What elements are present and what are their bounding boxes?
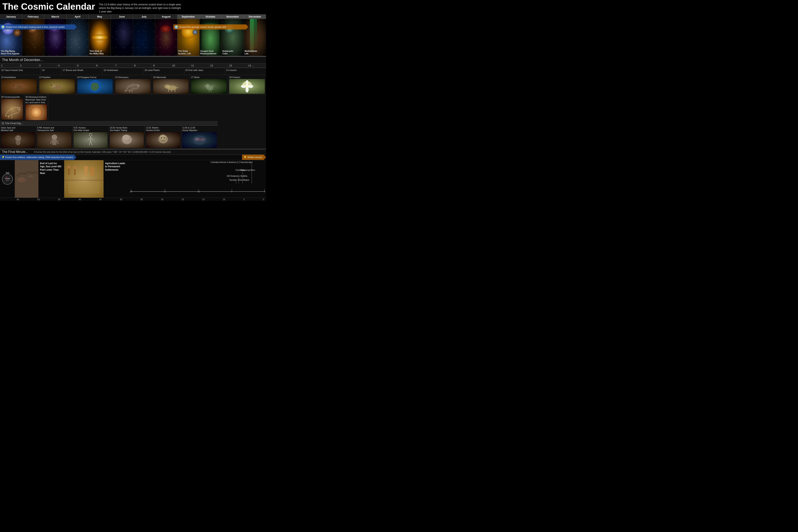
tick-container: 20 15 10 5 0 bbox=[130, 189, 265, 193]
month-may: May bbox=[89, 15, 111, 19]
svg-point-2 bbox=[13, 85, 15, 87]
event-17: 17 Bones and Shells bbox=[61, 68, 102, 75]
day-10: 10 bbox=[171, 63, 190, 68]
image-cell-may: Thin Disk ofthe Milky Way bbox=[89, 19, 111, 56]
event-16: 16 bbox=[41, 68, 61, 75]
svg-rect-73 bbox=[68, 182, 100, 194]
december-row-1: 15 Trace Fossils Only 16 17 Bones and Sh… bbox=[0, 68, 266, 75]
written-records-timeline: Columbus Arrives in America (1.2 Seconds… bbox=[129, 160, 266, 197]
svg-point-41 bbox=[19, 136, 20, 138]
day-5: 5 bbox=[76, 63, 95, 68]
tick-10b: 10 bbox=[223, 198, 225, 201]
svg-line-48 bbox=[88, 137, 91, 139]
svg-line-37 bbox=[12, 116, 12, 118]
oldtestament-label: Old Testament, Buddha bbox=[227, 175, 247, 177]
reptile-image bbox=[39, 79, 75, 94]
bird-image bbox=[191, 79, 227, 94]
svg-text:𓇋 𓂝 𓈙 𓌀: 𓇋 𓂝 𓈙 𓌀 bbox=[66, 187, 70, 189]
svg-rect-43 bbox=[52, 139, 57, 145]
svg-rect-68 bbox=[74, 169, 76, 175]
event-15: 15 Trace Fossils Only bbox=[0, 68, 41, 75]
month-july: July bbox=[133, 15, 155, 19]
tick-20b: 20 bbox=[182, 198, 184, 201]
apes-split: Dawn: Apes andMonkeys Split bbox=[0, 126, 36, 148]
december-row-2: 22 Amphibians 23 Reptiles 24 Pangaea For… bbox=[0, 75, 266, 95]
eukaryotic-label: EukaryoticCells bbox=[223, 50, 233, 55]
cave-painting-cell bbox=[15, 160, 38, 197]
december-title: The Month of December... bbox=[0, 57, 266, 63]
oxygen-label: Oxygen fromPhotosynthesis bbox=[201, 50, 216, 55]
lightbulb-icon-2: 💡 bbox=[175, 25, 178, 29]
tick-0: 0 bbox=[264, 189, 265, 193]
month-november: November bbox=[222, 15, 244, 19]
event-20: 20 Fish with Jaws bbox=[184, 68, 225, 75]
page-title: The Cosmic Calendar bbox=[2, 2, 95, 12]
agriculture-label: Agriculture Leads to Permanent Settlemen… bbox=[105, 162, 128, 172]
tick-60: 60 bbox=[17, 198, 19, 201]
month-august: August bbox=[155, 15, 177, 19]
event-22: 22 Amphibians bbox=[0, 75, 38, 95]
day-3: 3 bbox=[38, 63, 57, 68]
svg-line-45 bbox=[57, 140, 58, 144]
ice-age-label: End of Last Ice Age, Sea Level 400 Feet … bbox=[40, 162, 62, 175]
human-migration: 11:56 to 11:59:Human Migration bbox=[181, 126, 217, 148]
svg-line-51 bbox=[91, 141, 92, 146]
day-8: 8 bbox=[133, 63, 152, 68]
svg-point-24 bbox=[206, 84, 209, 88]
svg-rect-66 bbox=[68, 168, 70, 175]
svg-line-20 bbox=[169, 90, 169, 92]
tick-45: 45 bbox=[79, 198, 81, 201]
svg-point-42 bbox=[52, 135, 57, 140]
svg-point-69 bbox=[73, 166, 77, 169]
month-december: December bbox=[244, 15, 266, 19]
month-april: April bbox=[66, 15, 89, 19]
day-7: 7 bbox=[114, 63, 133, 68]
svg-point-19 bbox=[164, 85, 166, 87]
tick-15: 15 bbox=[164, 189, 166, 193]
pangaea-image bbox=[77, 79, 113, 94]
svg-line-44 bbox=[50, 140, 52, 144]
month-june: June bbox=[111, 15, 133, 19]
flower-image bbox=[229, 79, 265, 94]
svg-point-53 bbox=[122, 135, 130, 140]
image-cell-december: MulticellularLife bbox=[244, 19, 266, 56]
final-minute-description: A human life only lasts for the blink of… bbox=[34, 151, 171, 153]
svg-text:𓂀 𓅱 𓈖 𓏺: 𓂀 𓅱 𓈖 𓏺 bbox=[66, 185, 70, 186]
svg-point-57 bbox=[164, 137, 165, 138]
event-23: 23 Reptiles bbox=[38, 75, 76, 95]
walk-upright: 9:25: HumansFirst Walk Upright bbox=[73, 126, 109, 148]
ice-age-text-cell: End of Last Ice Age, Sea Level 400 Feet … bbox=[38, 160, 64, 197]
columbus-label: Columbus Arrives in America (1.2 Seconds… bbox=[211, 161, 253, 163]
tick-5: 5 bbox=[231, 189, 232, 193]
final-minute-title: The Final Minute... bbox=[2, 150, 28, 154]
svg-line-6 bbox=[19, 89, 20, 91]
svg-line-26 bbox=[209, 90, 209, 92]
brain-tripling: 10:30: Human BrainSize Begins Tripling bbox=[109, 126, 145, 148]
month-october: October bbox=[200, 15, 222, 19]
milkyway-label: Thin Disk ofthe Milky Way bbox=[90, 50, 103, 55]
tick-25: 25 bbox=[161, 198, 163, 201]
day-4: 4 bbox=[57, 63, 76, 68]
bigbang-label: The Big Bang,Stars First Appear bbox=[1, 50, 19, 55]
event-27: 27 Birds bbox=[190, 75, 228, 95]
tick-35: 35 bbox=[120, 198, 122, 201]
amphibian-image bbox=[1, 79, 37, 94]
svg-point-67 bbox=[68, 166, 71, 169]
day-9: 9 bbox=[152, 63, 171, 68]
month-september: September bbox=[177, 15, 200, 19]
written-records-banner: 💡 Written records bbox=[242, 155, 266, 160]
dinosaur-image bbox=[115, 79, 151, 94]
bottom-tick-row: 60 55 50 45 40 35 30 25 20 15 10 5 0 bbox=[0, 197, 266, 201]
svg-point-9 bbox=[51, 84, 52, 86]
multicellular-label: MulticellularLife bbox=[245, 50, 257, 55]
day-14: 14 ... bbox=[247, 63, 266, 68]
final-day-section: 31 The Final Day... Dawn: Apes andMonkey… bbox=[0, 121, 218, 149]
modern-humans: 11:52: ModernHumans Evolve bbox=[145, 126, 181, 148]
page-header: The Cosmic Calendar The 13.8 billion yea… bbox=[0, 0, 266, 14]
day-6: 6 bbox=[95, 63, 114, 68]
svg-line-16 bbox=[125, 90, 126, 92]
tick-15b: 15 bbox=[202, 198, 205, 201]
december-row-3: 29 Tyrannosaurids 30 Dinosaurs Extinct, … bbox=[0, 95, 266, 149]
svg-line-22 bbox=[175, 90, 175, 92]
tick-55: 55 bbox=[37, 198, 40, 201]
